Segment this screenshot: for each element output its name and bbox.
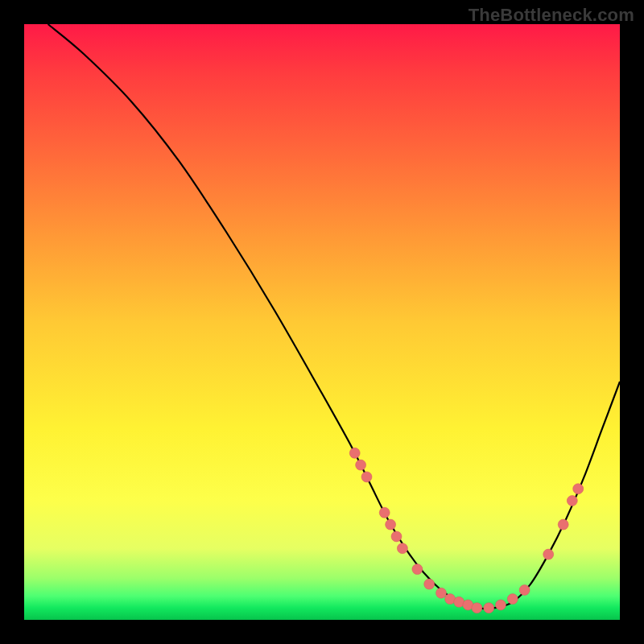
curve-marker: [519, 585, 530, 596]
curve-marker: [567, 496, 577, 506]
bottleneck-curve-svg: [24, 24, 620, 620]
curve-marker: [397, 543, 407, 554]
bottleneck-curve-path: [48, 24, 620, 609]
curve-marker: [361, 472, 372, 482]
curve-marker: [412, 564, 423, 575]
curve-marker: [391, 531, 402, 542]
curve-marker: [379, 507, 390, 518]
curve-marker: [436, 588, 447, 598]
curve-markers: [349, 448, 584, 613]
curve-marker: [349, 448, 360, 458]
curve-marker: [558, 519, 568, 530]
watermark-text: TheBottleneck.com: [469, 5, 634, 26]
curve-marker: [386, 519, 396, 530]
curve-marker: [472, 603, 482, 613]
curve-marker: [496, 600, 506, 610]
curve-marker: [573, 484, 584, 494]
curve-marker: [356, 460, 366, 470]
curve-marker: [424, 579, 435, 589]
curve-marker: [484, 603, 494, 613]
curve-marker: [507, 594, 518, 605]
curve-marker: [543, 549, 554, 559]
